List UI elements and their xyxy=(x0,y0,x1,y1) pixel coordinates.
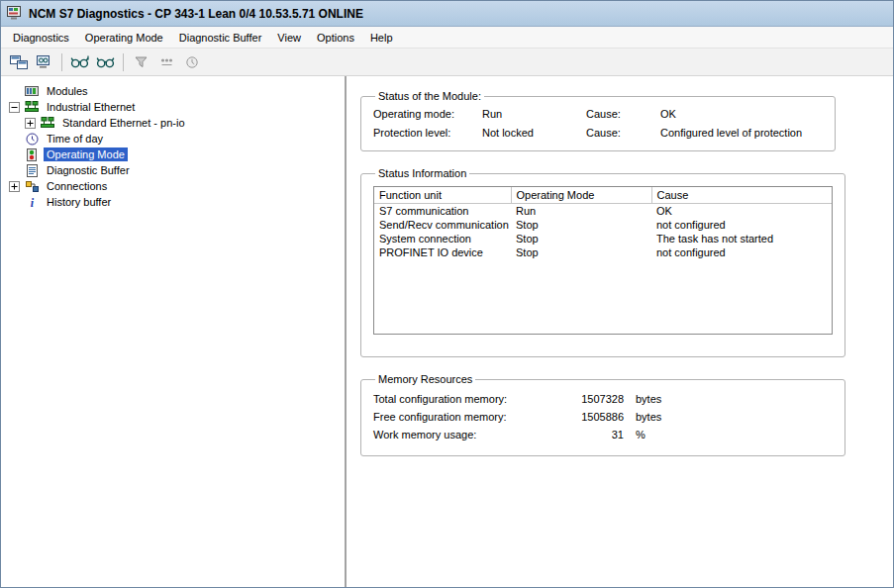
status-information-groupbox: Status Information Function unitOperatin… xyxy=(360,167,845,357)
table-cell: S7 communication xyxy=(374,203,511,218)
toolbar xyxy=(1,49,893,76)
clock-icon xyxy=(24,132,40,146)
total-config-memory-value: 1507328 xyxy=(566,393,624,405)
table-row[interactable]: PROFINET IO deviceStopnot configured xyxy=(374,245,832,259)
table-cell: Send/Recv communication xyxy=(374,218,511,232)
column-header[interactable]: Cause xyxy=(651,187,832,203)
window-title: NCM S7 Diagnostics - CP 343-1 Lean 0/4 1… xyxy=(29,7,363,21)
menu-operating-mode[interactable]: Operating Mode xyxy=(77,27,171,48)
status-of-module-groupbox: Status of the Module: Operating mode: Ru… xyxy=(360,90,836,151)
tree-item[interactable]: Industrial Ethernet xyxy=(3,99,343,115)
table-cell: The task has not started xyxy=(651,232,832,245)
tree-item-label[interactable]: Time of day xyxy=(44,132,106,146)
browse-network-icon[interactable] xyxy=(6,50,31,73)
column-header[interactable]: Operating Mode xyxy=(511,187,651,203)
work-memory-usage-unit: % xyxy=(624,429,833,441)
history-buffer-icon: i xyxy=(24,195,40,209)
menu-view[interactable]: View xyxy=(269,27,309,48)
tree-item-label[interactable]: History buffer xyxy=(44,195,114,209)
operating-mode-cause-value: OK xyxy=(660,108,823,120)
operating-mode-icon xyxy=(24,147,40,161)
operating-mode-value: Run xyxy=(482,108,586,120)
svg-text:i: i xyxy=(30,196,34,209)
module-status-icon[interactable] xyxy=(32,50,56,73)
content-pane: Status of the Module: Operating mode: Ru… xyxy=(347,76,893,587)
memory-resources-grid: Total configuration memory: 1507328 byte… xyxy=(373,388,833,441)
options-dots-icon xyxy=(154,50,179,73)
table-cell: PROFINET IO device xyxy=(374,245,511,259)
table-cell: OK xyxy=(651,203,832,218)
operating-mode-cause-label: Cause: xyxy=(586,108,660,120)
app-window: NCM S7 Diagnostics - CP 343-1 Lean 0/4 1… xyxy=(0,0,894,588)
main-area: ModulesIndustrial EthernetStandard Ether… xyxy=(1,76,893,587)
free-config-memory-unit: bytes xyxy=(624,411,833,423)
titlebar: NCM S7 Diagnostics - CP 343-1 Lean 0/4 1… xyxy=(1,1,893,27)
tree-item[interactable]: Modules xyxy=(3,83,343,99)
tree-item[interactable]: Time of day xyxy=(3,131,343,147)
protection-level-label: Protection level: xyxy=(373,127,482,139)
menubar: DiagnosticsOperating ModeDiagnostic Buff… xyxy=(1,27,893,49)
modules-icon xyxy=(24,84,40,98)
total-config-memory-unit: bytes xyxy=(624,393,833,405)
memory-resources-groupbox: Memory Resources Total configuration mem… xyxy=(360,373,845,456)
work-memory-usage-label: Work memory usage: xyxy=(373,429,566,441)
tree-item-label[interactable]: Modules xyxy=(44,84,91,98)
tree-item[interactable]: Standard Ethernet - pn-io xyxy=(3,115,343,131)
menu-diagnostic-buffer[interactable]: Diagnostic Buffer xyxy=(171,27,270,48)
menu-diagnostics[interactable]: Diagnostics xyxy=(5,27,77,48)
status-of-module-title: Status of the Module: xyxy=(375,90,484,102)
tree-item-label[interactable]: Diagnostic Buffer xyxy=(44,163,133,177)
protection-level-cause-label: Cause: xyxy=(586,127,660,139)
status-of-module-grid: Operating mode: Run Cause: OK Protection… xyxy=(373,105,823,139)
connections-icon xyxy=(24,179,40,193)
table-body: S7 communicationRunOKSend/Recv communica… xyxy=(374,203,832,259)
menu-help[interactable]: Help xyxy=(362,27,401,48)
status-information-table: Function unitOperating ModeCause S7 comm… xyxy=(373,186,833,335)
operating-mode-label: Operating mode: xyxy=(373,108,482,120)
table-cell: Stop xyxy=(511,245,651,259)
table-cell: Stop xyxy=(511,218,651,232)
table-cell: Stop xyxy=(511,232,651,245)
column-header[interactable]: Function unit xyxy=(374,187,511,203)
tree-item[interactable]: Operating Mode xyxy=(3,147,343,162)
network-icon xyxy=(24,100,40,114)
network-icon xyxy=(40,116,55,130)
tree-item[interactable]: iHistory buffer xyxy=(3,194,343,210)
toolbar-separator xyxy=(123,53,124,71)
table-row[interactable]: S7 communicationRunOK xyxy=(374,203,832,218)
toolbar-separator xyxy=(61,53,62,71)
status-information-title: Status Information xyxy=(375,167,469,179)
memory-resources-title: Memory Resources xyxy=(375,373,475,385)
update-display-icon[interactable] xyxy=(67,50,92,73)
protection-level-value: Not locked xyxy=(482,127,586,139)
cyclic-update-icon[interactable] xyxy=(93,50,118,73)
table-cell: not configured xyxy=(651,245,832,259)
table-row[interactable]: System connectionStopThe task has not st… xyxy=(374,232,832,245)
diagnostic-buffer-icon xyxy=(24,163,40,177)
total-config-memory-label: Total configuration memory: xyxy=(373,393,566,405)
table-header-row: Function unitOperating ModeCause xyxy=(374,187,832,203)
tree-item[interactable]: Diagnostic Buffer xyxy=(3,162,343,178)
tree-item-label[interactable]: Operating Mode xyxy=(44,147,128,161)
menu-options[interactable]: Options xyxy=(309,27,362,48)
tree-item-label[interactable]: Connections xyxy=(44,179,110,193)
clock-sync-icon xyxy=(180,50,205,73)
table-cell: not configured xyxy=(651,218,832,232)
expand-icon[interactable] xyxy=(9,181,20,192)
expand-icon[interactable] xyxy=(25,118,36,129)
free-config-memory-value: 1505886 xyxy=(566,411,624,423)
filter-icon xyxy=(129,50,153,73)
table-cell: System connection xyxy=(374,232,511,245)
tree-item[interactable]: Connections xyxy=(3,178,343,194)
app-icon xyxy=(7,6,23,21)
diagnostics-tree: ModulesIndustrial EthernetStandard Ether… xyxy=(1,76,347,587)
table-cell: Run xyxy=(511,203,651,218)
work-memory-usage-value: 31 xyxy=(566,429,624,441)
protection-level-cause-value: Configured level of protection xyxy=(660,127,823,139)
tree-item-label[interactable]: Industrial Ethernet xyxy=(44,100,138,114)
table-row[interactable]: Send/Recv communicationStopnot configure… xyxy=(374,218,832,232)
free-config-memory-label: Free configuration memory: xyxy=(373,411,566,423)
collapse-icon[interactable] xyxy=(9,102,20,113)
tree-item-label[interactable]: Standard Ethernet - pn-io xyxy=(59,116,188,130)
